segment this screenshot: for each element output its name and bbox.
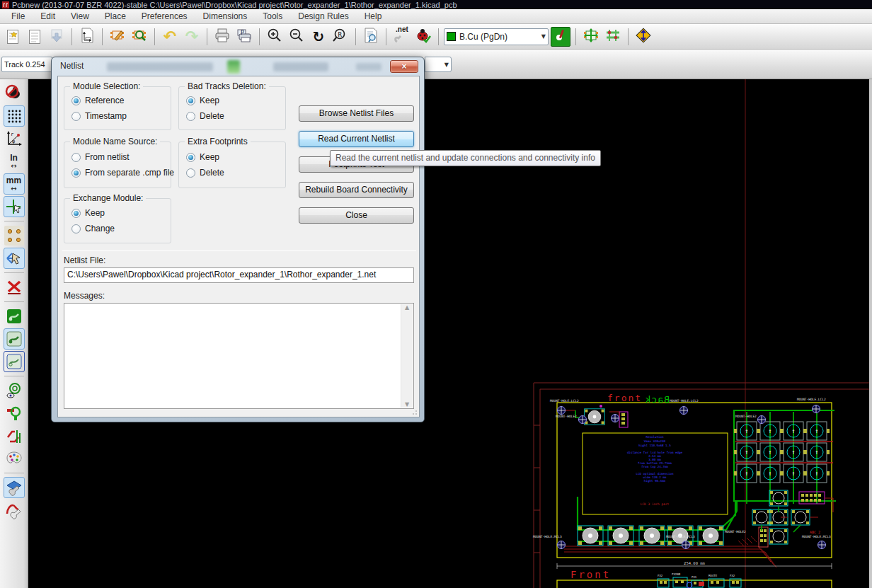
glass-blur-decoration (356, 63, 382, 71)
menu-preferences[interactable]: Preferences (142, 11, 188, 21)
close-button[interactable]: Close (299, 207, 414, 224)
cursor-shape-icon (6, 198, 23, 215)
footprint-viewer-button[interactable] (130, 27, 149, 47)
radio-from-netlist[interactable]: From netlist (71, 152, 130, 162)
tracks-sketch-button[interactable] (4, 426, 24, 446)
svg-text:MOUNT-HOLE.LCL2: MOUNT-HOLE.LCL2 (550, 399, 579, 403)
layers-manager-button[interactable] (4, 478, 24, 497)
read-netlist-button[interactable]: .net (391, 27, 411, 47)
svg-text:MOUNT-HOLE.LCL2: MOUNT-HOLE.LCL2 (670, 399, 699, 403)
vias-sketch-button[interactable] (4, 403, 24, 423)
radio-extra-delete[interactable]: Delete (186, 168, 224, 178)
drc-button[interactable] (413, 27, 433, 47)
high-contrast-button[interactable] (4, 449, 24, 468)
keypad-buttons (734, 422, 830, 483)
auto-delete-track-button[interactable] (4, 277, 24, 297)
zones-outline-button[interactable] (4, 352, 24, 371)
resize-grip[interactable] (411, 408, 418, 415)
lcd-notes: Resolution Vmax 320x240 hight 110.9x68 1… (627, 435, 683, 483)
new-board-button[interactable] (3, 27, 23, 47)
netlist-file-input[interactable]: C:\Users\Pawel\Dropbox\Kicad project\Rot… (64, 267, 414, 283)
zoom-fit-icon: R (333, 28, 348, 46)
main-toolbar: ↶ ↷ P ↻ R .net B.Cu (PgDn) ▼ (0, 24, 872, 50)
menubar: File Edit View Place Preferences Dimensi… (0, 9, 872, 24)
undo-icon: ↶ (164, 28, 176, 45)
redraw-button[interactable]: ↻ (309, 27, 328, 47)
drc-off-button[interactable] (4, 83, 24, 103)
messages-box[interactable]: ▲ ▼ (64, 303, 414, 409)
radio-exchange-keep[interactable]: Keep (71, 208, 105, 218)
page-settings-button[interactable] (77, 27, 97, 47)
zones-unfilled-button[interactable] (4, 329, 24, 349)
save-board-button[interactable] (47, 27, 67, 47)
menu-dimensions[interactable]: Dimensions (203, 11, 248, 21)
module-ratsnest-button[interactable] (4, 248, 24, 268)
menu-tools[interactable]: Tools (263, 11, 282, 21)
undo-button[interactable]: ↶ (160, 27, 180, 47)
grid-toggle-button[interactable] (4, 106, 24, 126)
window-right-edge (869, 79, 872, 588)
scroll-up-icon[interactable]: ▲ (405, 304, 409, 311)
print-button[interactable] (212, 27, 232, 47)
zoom-selector-remnant[interactable]: ▼ (425, 57, 452, 72)
radio-dot (71, 112, 81, 121)
svg-text:FX2NB: FX2NB (672, 572, 681, 576)
radio-badtracks-keep[interactable]: Keep (186, 96, 219, 105)
module-ratsnest-icon (6, 250, 23, 267)
messages-scrollbar[interactable]: ▲ ▼ (401, 304, 413, 408)
radio-extra-keep[interactable]: Keep (186, 152, 219, 162)
microwave-tools-button[interactable] (4, 500, 24, 520)
zoom-fit-button[interactable]: R (331, 27, 350, 47)
track-width-selector[interactable]: Track 0.254 (1, 57, 52, 72)
footprint-editor-button[interactable] (108, 27, 127, 47)
svg-text:MX4TE: MX4TE (708, 574, 718, 577)
pads-sketch-button[interactable] (4, 381, 24, 400)
cursor-shape-button[interactable] (4, 197, 24, 217)
layer-pair-button[interactable] (551, 27, 570, 47)
label-back-mirrored: Back (645, 394, 670, 405)
label-front-bottom: Front (570, 569, 611, 580)
polar-coords-icon: φr (6, 130, 23, 147)
browse-netlist-files-button[interactable]: Browse Netlist Files (299, 105, 414, 122)
footprint-mode-button[interactable] (581, 27, 601, 47)
svg-text:R: R (338, 30, 343, 38)
autoroute-mode-button[interactable] (603, 27, 623, 47)
radio-exchange-change[interactable]: Change (71, 224, 115, 234)
open-board-button[interactable] (25, 27, 45, 47)
menu-help[interactable]: Help (365, 11, 382, 21)
redo-button[interactable]: ↷ (182, 27, 202, 47)
radio-reference[interactable]: Reference (71, 96, 124, 105)
radio-dot (186, 112, 195, 121)
ratsnest-toggle-button[interactable] (4, 226, 24, 246)
layer-selector[interactable]: B.Cu (PgDn) ▼ (444, 28, 549, 45)
radio-timestamp[interactable]: Timestamp (71, 111, 127, 121)
new-board-icon (7, 30, 18, 44)
radio-dot (186, 168, 195, 178)
radio-badtracks-delete[interactable]: Delete (186, 111, 224, 121)
menu-file[interactable]: File (11, 11, 25, 21)
menu-design-rules[interactable]: Design Rules (298, 11, 348, 21)
zoom-out-button[interactable] (287, 27, 306, 47)
menu-view[interactable]: View (71, 11, 89, 21)
label-front-top: front (607, 393, 642, 403)
svg-text:hight 90.5mm: hight 90.5mm (644, 479, 666, 483)
find-button[interactable] (361, 27, 381, 47)
radio-from-cmp[interactable]: From separate .cmp file (71, 168, 174, 178)
group-label: Module Selection: (70, 81, 143, 91)
menu-edit[interactable]: Edit (40, 11, 55, 21)
chevron-down-icon: ▼ (541, 33, 546, 40)
chevron-down-icon: ▼ (444, 62, 449, 68)
polar-coords-button[interactable]: φr (4, 129, 24, 149)
scroll-down-icon[interactable]: ▼ (405, 401, 409, 408)
zones-filled-button[interactable] (4, 306, 24, 326)
read-current-netlist-button[interactable]: Read Current Netlist (299, 131, 414, 147)
router-diamond-icon (634, 26, 653, 47)
units-inch-button[interactable]: In↔ (4, 151, 24, 171)
rebuild-board-connectivity-button[interactable]: Rebuild Board Connectivity (299, 182, 414, 198)
units-mm-button[interactable]: mm↔ (4, 174, 24, 194)
zoom-in-button[interactable] (265, 27, 285, 47)
plot-button[interactable]: P (234, 27, 254, 47)
fast-access-router-button[interactable] (633, 27, 653, 47)
dialog-close-button[interactable]: × (390, 60, 418, 73)
menu-place[interactable]: Place (105, 11, 126, 21)
